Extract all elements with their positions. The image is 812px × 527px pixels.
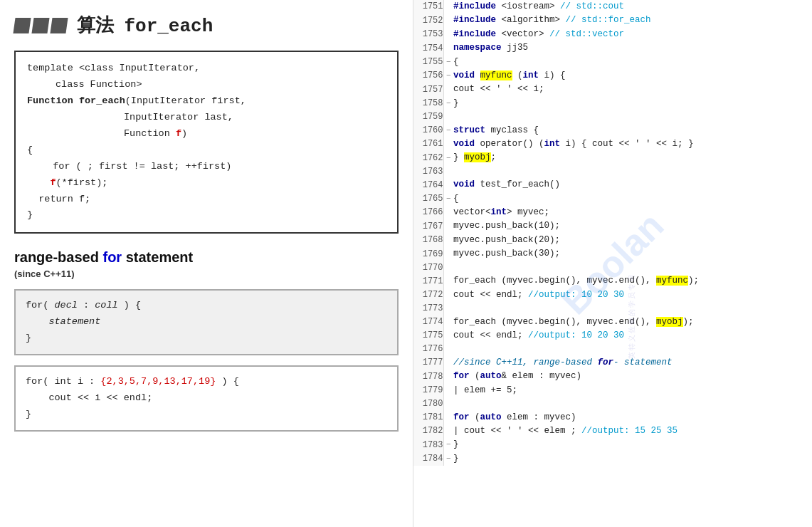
title-code: for_each bbox=[124, 16, 213, 37]
table-row: 1773 bbox=[413, 302, 812, 315]
code-content: cout << endl; //output: 10 20 30 bbox=[453, 329, 812, 343]
code-content bbox=[453, 110, 812, 124]
fold-icon bbox=[443, 315, 453, 329]
line-number: 1783 bbox=[413, 438, 443, 452]
code-content: for_each (myvec.begin(), myvec.end(), my… bbox=[453, 315, 812, 329]
line-number: 1773 bbox=[413, 302, 443, 315]
example-line-1: for( int i : {2,3,5,7,9,13,17,19} ) { bbox=[26, 374, 387, 390]
template-line-6: { bbox=[27, 142, 386, 159]
table-row: 1755−{ bbox=[413, 56, 812, 69]
rangebased-for-keyword: for bbox=[102, 249, 122, 265]
code-content: #include <iostream> // std::cout bbox=[453, 0, 812, 14]
code-content: for (auto elem : myvec) bbox=[453, 411, 812, 424]
code-content bbox=[453, 302, 812, 315]
fold-icon[interactable]: − bbox=[443, 151, 453, 165]
code-content: myvec.push_back(20); bbox=[453, 234, 812, 247]
fold-icon[interactable]: − bbox=[443, 124, 453, 137]
line-number: 1784 bbox=[413, 452, 443, 466]
fold-icon bbox=[443, 397, 453, 411]
table-row: 1769 myvec.push_back(30); bbox=[413, 247, 812, 261]
table-row: 1770 bbox=[413, 261, 812, 275]
line-number: 1770 bbox=[413, 261, 443, 275]
fold-icon bbox=[443, 343, 453, 356]
fold-icon bbox=[443, 206, 453, 219]
table-row: 1761 void operator() (int i) { cout << '… bbox=[413, 137, 812, 151]
fold-icon bbox=[443, 234, 453, 247]
table-row: 1782 | cout << ' ' << elem ; //output: 1… bbox=[413, 424, 812, 438]
code-content: void myfunc (int i) { bbox=[453, 69, 812, 83]
line-number: 1778 bbox=[413, 370, 443, 383]
code-content bbox=[453, 165, 812, 179]
fold-icon[interactable]: − bbox=[443, 56, 453, 69]
table-row: 1772 cout << endl; //output: 10 20 30 bbox=[413, 288, 812, 302]
line-number: 1765 bbox=[413, 192, 443, 206]
line-number: 1761 bbox=[413, 137, 443, 151]
code-table: 1751#include <iostream> // std::cout1752… bbox=[413, 0, 812, 466]
code-content bbox=[453, 343, 812, 356]
rangebased-title-suffix: statement bbox=[122, 249, 193, 265]
fold-icon bbox=[443, 302, 453, 315]
code-content: //since C++11, range-based for- statemen… bbox=[453, 356, 812, 370]
template-code-box: template <class InputIterator, class Fun… bbox=[14, 51, 399, 234]
code-content: struct myclass { bbox=[453, 124, 812, 137]
fold-icon bbox=[443, 219, 453, 233]
syntax-line-1: for( decl : coll ) { bbox=[26, 298, 387, 314]
line-number: 1774 bbox=[413, 315, 443, 329]
table-row: 1756−void myfunc (int i) { bbox=[413, 69, 812, 83]
fold-icon bbox=[443, 370, 453, 383]
code-content bbox=[453, 397, 812, 411]
example-line-2: cout << i << endl; bbox=[26, 390, 387, 407]
fold-icon bbox=[443, 14, 453, 27]
line-number: 1779 bbox=[413, 384, 443, 397]
code-content: void test_for_each() bbox=[453, 178, 812, 192]
code-content: } bbox=[453, 452, 812, 466]
fold-icon bbox=[443, 110, 453, 124]
table-row: 1784−} bbox=[413, 452, 812, 466]
code-content: } bbox=[453, 438, 812, 452]
fold-icon bbox=[443, 356, 453, 370]
fold-icon bbox=[443, 288, 453, 302]
fold-icon bbox=[443, 165, 453, 179]
fold-icon[interactable]: − bbox=[443, 69, 453, 83]
fold-icon bbox=[443, 274, 453, 288]
fold-icon[interactable]: − bbox=[443, 97, 453, 110]
line-number: 1759 bbox=[413, 110, 443, 124]
table-row: 1751#include <iostream> // std::cout bbox=[413, 0, 812, 14]
line-number: 1762 bbox=[413, 151, 443, 165]
table-row: 1783−} bbox=[413, 438, 812, 452]
code-content: for (auto& elem : myvec) bbox=[453, 370, 812, 383]
example-line-3: } bbox=[26, 407, 387, 423]
rangebased-title-prefix: range-based bbox=[14, 249, 102, 265]
fold-icon bbox=[443, 411, 453, 424]
table-row: 1764void test_for_each() bbox=[413, 178, 812, 192]
template-line-4: InputIterator last, bbox=[124, 110, 386, 126]
right-panel: Boolan 英特义佐侧的学员专用 1751#include <iostream… bbox=[413, 0, 812, 527]
line-number: 1781 bbox=[413, 411, 443, 424]
table-row: 1776 bbox=[413, 343, 812, 356]
line-number: 1769 bbox=[413, 247, 443, 261]
line-number: 1776 bbox=[413, 343, 443, 356]
code-content: for_each (myvec.begin(), myvec.end(), my… bbox=[453, 274, 812, 288]
template-line-2: class Function> bbox=[56, 77, 386, 93]
title-icon bbox=[14, 18, 67, 33]
table-row: 1759 bbox=[413, 110, 812, 124]
code-content bbox=[453, 261, 812, 275]
fold-icon bbox=[443, 178, 453, 192]
code-content: } bbox=[453, 97, 812, 110]
code-content: namespace jj35 bbox=[453, 41, 812, 55]
rangebased-title: range-based for statement bbox=[14, 249, 399, 266]
fold-icon[interactable]: − bbox=[443, 438, 453, 452]
fold-icon[interactable]: − bbox=[443, 452, 453, 466]
code-content: void operator() (int i) { cout << ' ' <<… bbox=[453, 137, 812, 151]
code-content: myvec.push_back(30); bbox=[453, 247, 812, 261]
code-content: #include <vector> // std::vector bbox=[453, 28, 812, 41]
table-row: 1778 for (auto& elem : myvec) bbox=[413, 370, 812, 383]
code-content: | elem += 5; bbox=[453, 384, 812, 397]
line-number: 1768 bbox=[413, 234, 443, 247]
template-line-10: } bbox=[27, 207, 386, 224]
fold-icon[interactable]: − bbox=[443, 192, 453, 206]
fold-icon bbox=[443, 137, 453, 151]
rangebased-since: (since C++11) bbox=[14, 268, 399, 279]
example-code-box: for( int i : {2,3,5,7,9,13,17,19} ) { co… bbox=[14, 365, 399, 432]
table-row: 1765−{ bbox=[413, 192, 812, 206]
